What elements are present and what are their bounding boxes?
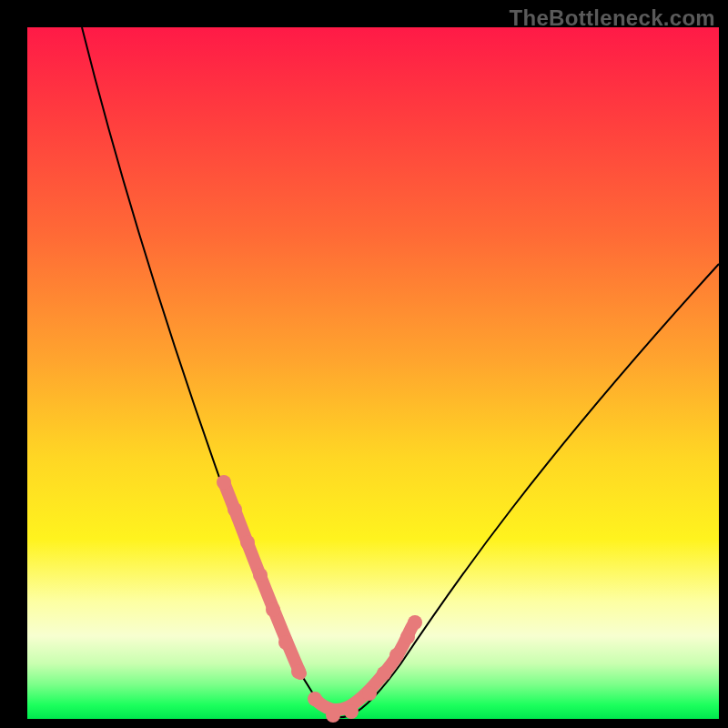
bead-group [217,475,422,723]
bead-dot [377,666,391,681]
chart-frame: TheBottleneck.com [0,0,728,728]
watermark-text: TheBottleneck.com [510,5,715,31]
bead-dot [400,630,415,644]
bead-dot [228,502,242,517]
bead-dot [291,664,306,679]
bead-dot [408,615,422,630]
curve-svg [27,27,719,719]
v-curve [82,27,719,717]
bead-dot [217,475,231,490]
bead-dot [278,635,293,650]
bead-dot [326,708,340,723]
bead-dot [253,568,268,582]
plot-area [27,27,719,719]
bead-dot [240,535,255,550]
bead-dot [362,686,377,701]
bead-dot [266,602,280,617]
bead-dot [308,692,322,706]
bead-dot [344,704,359,719]
bead-dot [389,648,404,662]
